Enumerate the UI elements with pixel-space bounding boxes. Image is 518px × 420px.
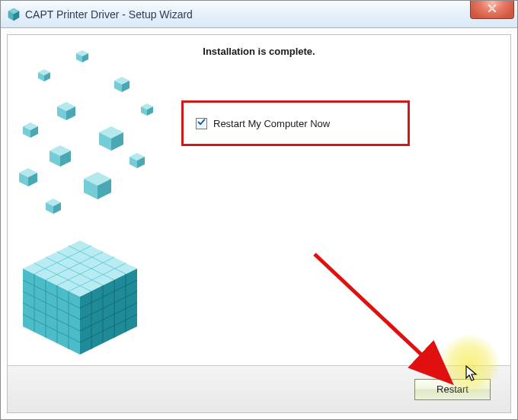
window-title: CAPT Printer Driver - Setup Wizard: [25, 8, 193, 21]
restart-checkbox-label: Restart My Computer Now: [213, 118, 330, 129]
titlebar: CAPT Printer Driver - Setup Wizard: [1, 1, 517, 28]
restart-checkbox[interactable]: [196, 118, 207, 129]
decorative-graphic: [8, 35, 168, 365]
restart-button-label: Restart: [436, 383, 468, 395]
bottom-bar: Restart: [8, 365, 510, 412]
installation-complete-message: Installation is complete.: [203, 46, 315, 57]
installer-app-icon: [7, 8, 21, 21]
close-button[interactable]: [470, 1, 514, 19]
restart-option-highlight: Restart My Computer Now: [181, 100, 410, 146]
svg-line-67: [315, 254, 446, 377]
close-icon: [487, 3, 497, 17]
content-area: Installation is complete. Restart My Com…: [7, 34, 511, 413]
setup-wizard-window: CAPT Printer Driver - Setup Wizard: [0, 0, 518, 420]
checkmark-icon: [197, 116, 206, 130]
restart-button[interactable]: Restart: [414, 379, 491, 400]
